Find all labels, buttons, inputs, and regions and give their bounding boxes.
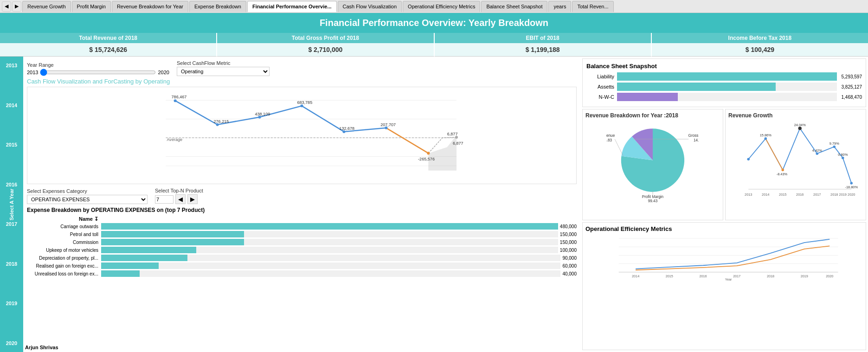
kpi-label-1: Total Gross Profit of 2018 xyxy=(217,33,434,43)
svg-text:2019: 2019 xyxy=(839,192,847,197)
year-start-label: 2013 xyxy=(27,70,38,75)
expense-bar-chart: Name ↧ xyxy=(27,216,577,222)
tab-expense-breakdown[interactable]: Expense Breakdown xyxy=(189,1,246,12)
svg-text:2014: 2014 xyxy=(632,274,639,278)
expense-category-control: Select Expenses Category OPERATING EXPEN… xyxy=(27,188,148,204)
balance-bar-fill xyxy=(617,83,776,91)
topn-container: ◀ ▶ xyxy=(155,194,203,204)
svg-text:6,877: 6,877 xyxy=(447,132,458,136)
balance-value: 3,825,127 xyxy=(842,84,862,90)
bottom-charts: Revenue Breakdown for Year :2018 xyxy=(582,109,866,220)
tab-revenue-breakdown[interactable]: Revenue Breakdown for Year xyxy=(112,1,188,12)
left-panel: Year Range 2013 2020 Select CashFlow Met… xyxy=(23,57,580,352)
kpi-value-2: $ 1,199,188 xyxy=(435,43,652,57)
right-panel: Balance Sheet Snapshot Liability 5,293,5… xyxy=(580,57,868,352)
tab-total-revenue[interactable]: Total Reven... xyxy=(572,1,613,12)
expense-bar-track xyxy=(101,231,558,237)
svg-text:438,109: 438,109 xyxy=(255,112,270,116)
balance-row: Assetts 3,825,127 xyxy=(586,83,862,91)
balance-label: N-W-C xyxy=(586,94,614,100)
expense-bar-label: Carriage outwards xyxy=(27,224,101,229)
svg-text:132,678: 132,678 xyxy=(339,126,354,131)
expense-bar-fill xyxy=(101,247,196,253)
svg-text:2015: 2015 xyxy=(779,192,786,197)
cashflow-chart: Average 786,467 276,215 438,109 683,7 xyxy=(27,87,577,184)
revenue-growth-title: Revenue Growth xyxy=(728,112,863,119)
svg-text:14.83: 14.83 xyxy=(606,138,612,142)
tab-next-btn[interactable]: ▶ xyxy=(12,1,21,12)
expense-bar-value: 40,000 xyxy=(562,271,577,276)
year-btn-2013[interactable]: 2013 xyxy=(0,61,23,70)
year-btn-2014[interactable]: 2014 xyxy=(0,101,23,109)
expense-bar-row: Petrol and toll 150,000 xyxy=(27,231,577,237)
expense-bar-fill xyxy=(101,231,244,237)
kpi-label-3: Income Before Tax 2018 xyxy=(652,33,868,43)
cashflow-metric-select[interactable]: Operating Investing Financing xyxy=(177,67,270,76)
year-selector: Select A Year 2013 2014 2015 2016 2017 2… xyxy=(0,57,23,352)
year-btn-2018[interactable]: 2018 xyxy=(0,260,23,268)
svg-text:-8.43%: -8.43% xyxy=(777,172,788,176)
expense-bar-value: 60,000 xyxy=(562,263,577,269)
svg-text:-265,576: -265,576 xyxy=(418,157,435,161)
ops-area: Operational Efficiency Metrics 2014 xyxy=(582,222,866,350)
expense-bar-fill xyxy=(101,270,140,277)
year-btn-2016[interactable]: 2016 xyxy=(0,180,23,189)
tab-years[interactable]: years xyxy=(548,1,571,12)
tab-profit-margin[interactable]: Profit Margin xyxy=(72,1,111,12)
expense-chart-title: Expense Breakdown by OPERATING EXPENSES … xyxy=(27,207,577,213)
expense-category-select[interactable]: OPERATING EXPENSES COST OF GOODS SOLD AD… xyxy=(27,195,148,204)
cashflow-metric-control: Select CashFlow Metric Operating Investi… xyxy=(177,60,270,76)
ops-line1 xyxy=(636,239,829,269)
kpi-value-1: $ 2,710,000 xyxy=(217,43,434,57)
year-btn-2015[interactable]: 2015 xyxy=(0,141,23,149)
expense-bar-fill xyxy=(101,239,244,245)
topn-input[interactable] xyxy=(155,195,174,204)
svg-point-52 xyxy=(798,127,802,130)
cashflow-chart-title: Cash Flow Visualization and ForCasting b… xyxy=(27,78,577,85)
body-layout: Select A Year 2013 2014 2015 2016 2017 2… xyxy=(0,57,868,352)
balance-value: 1,468,470 xyxy=(842,95,862,100)
expense-bar-fill xyxy=(101,223,558,230)
year-btn-2019[interactable]: 2019 xyxy=(0,299,23,307)
revenue-breakdown-title: Revenue Breakdown for Year :2018 xyxy=(585,112,720,119)
topn-next-btn[interactable]: ▶ xyxy=(187,194,198,204)
revenue-growth-area: Revenue Growth 2013 2014 2015 2016 2017 … xyxy=(725,109,866,220)
expense-bar-track xyxy=(101,270,560,277)
topn-label: Select Top-N Product xyxy=(155,188,203,193)
svg-line-30 xyxy=(615,139,623,156)
svg-point-51 xyxy=(781,169,784,172)
balance-bar-fill xyxy=(617,72,837,81)
ops-line2 xyxy=(636,246,829,270)
expense-bar-value: 480,000 xyxy=(560,224,577,229)
svg-point-18 xyxy=(258,116,261,119)
year-range-control: Year Range 2013 2020 xyxy=(27,62,169,76)
rev-growth-orange xyxy=(765,139,783,170)
cashflow-svg: Average 786,467 276,215 438,109 683,7 xyxy=(31,91,572,180)
svg-text:-18.80%: -18.80% xyxy=(845,185,858,189)
bar-name-header-row: Name ↧ xyxy=(27,216,577,222)
page-title: Financial Performance Overview: Yearly B… xyxy=(0,13,868,33)
svg-text:Gross Profit: Gross Profit xyxy=(688,134,699,138)
topn-prev-btn[interactable]: ◀ xyxy=(175,194,186,204)
kpi-value-3: $ 100,429 xyxy=(652,43,868,57)
tab-revenue-growth[interactable]: Revenue Growth xyxy=(22,1,71,12)
svg-text:2016: 2016 xyxy=(699,274,707,278)
tab-balance-sheet[interactable]: Balance Sheet Snapshot xyxy=(481,1,547,12)
expense-bars-container: Carriage outwards 480,000 Petrol and tol… xyxy=(27,223,577,277)
svg-point-50 xyxy=(764,137,767,140)
tab-prev-btn[interactable]: ◀ xyxy=(2,1,11,12)
year-range-slider[interactable] xyxy=(40,69,156,76)
tab-ops-metrics[interactable]: Operational Efficiency Metrics xyxy=(403,1,480,12)
balance-bar-container xyxy=(617,83,837,91)
year-btn-2017[interactable]: 2017 xyxy=(0,220,23,228)
expense-bar-track xyxy=(101,223,558,230)
expense-bar-row: Depreciation of property, pl... 90,000 xyxy=(27,255,577,261)
tab-financial-performance[interactable]: Financial Performance Overvie... xyxy=(247,1,337,12)
svg-text:2016: 2016 xyxy=(796,192,804,197)
svg-text:Year: Year xyxy=(725,277,732,281)
kpi-label-0: Total Revenue of 2018 xyxy=(0,33,217,43)
tab-cash-flow[interactable]: Cash Flow Visualization xyxy=(338,1,402,12)
svg-text:14.74: 14.74 xyxy=(694,138,699,142)
year-btn-2020[interactable]: 2020 xyxy=(0,339,23,347)
kpi-label-2: EBIT of 2018 xyxy=(435,33,652,43)
